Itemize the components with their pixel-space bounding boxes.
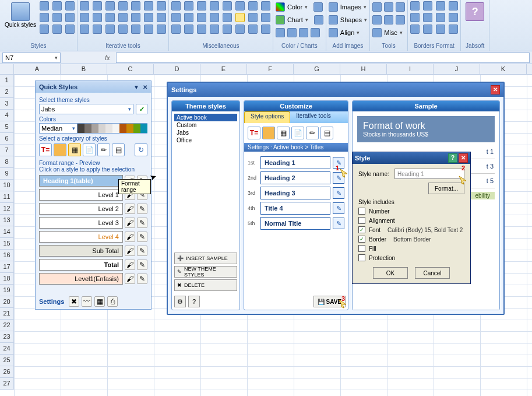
tool-icon[interactable] xyxy=(314,15,323,24)
theme-item[interactable]: Jabs xyxy=(174,129,237,136)
column-header[interactable]: A xyxy=(14,64,61,74)
style-icon[interactable] xyxy=(52,13,62,22)
tool-icon[interactable] xyxy=(118,24,128,34)
color-swatch[interactable] xyxy=(105,123,112,134)
heading-input[interactable]: Normal Title xyxy=(260,217,330,230)
apply-style-icon[interactable]: 🖌 xyxy=(125,274,135,284)
border-icon[interactable] xyxy=(410,24,420,34)
tool-icon[interactable] xyxy=(80,24,89,34)
row-header[interactable]: 23 xyxy=(0,331,14,343)
column-header[interactable]: J xyxy=(434,64,480,74)
column-header[interactable]: D xyxy=(154,64,200,74)
tool-icon[interactable] xyxy=(93,1,102,10)
colors-select[interactable]: Median▾ xyxy=(39,123,77,134)
heading-input[interactable]: Heading 2 xyxy=(260,171,330,184)
tool-icon[interactable] xyxy=(118,1,128,10)
help-button[interactable]: ? xyxy=(463,1,487,22)
column-header[interactable]: E xyxy=(200,64,247,74)
tool-icon[interactable]: 〰 xyxy=(82,296,92,307)
checkbox[interactable] xyxy=(358,217,365,224)
cat-chart-icon[interactable]: ✏ xyxy=(97,143,110,156)
help-icon[interactable]: ? xyxy=(188,296,200,307)
edit-style-icon[interactable]: ✎ xyxy=(137,232,147,242)
style-icon[interactable] xyxy=(40,1,49,10)
row-header[interactable]: 9 xyxy=(0,168,14,180)
tool-icon[interactable] xyxy=(210,1,219,10)
tool-icon[interactable] xyxy=(197,13,206,22)
fx-label[interactable]: fx xyxy=(103,54,112,61)
checkbox[interactable] xyxy=(358,245,365,252)
tool-icon[interactable] xyxy=(384,2,393,12)
tool-icon[interactable] xyxy=(184,1,193,10)
cancel-button[interactable]: Cancel xyxy=(415,267,450,279)
tool-icon[interactable] xyxy=(105,1,115,10)
apply-style-icon[interactable]: 🖌 xyxy=(125,204,135,214)
color-swatch[interactable] xyxy=(77,123,84,134)
close-icon[interactable]: ✕ xyxy=(459,153,468,163)
tool-icon[interactable] xyxy=(197,24,206,34)
name-box[interactable]: N7▾ xyxy=(2,52,61,63)
cat-chart-icon[interactable]: ✏ xyxy=(306,127,319,139)
row-header[interactable]: 2 xyxy=(0,86,14,98)
tool-icon[interactable] xyxy=(384,15,393,24)
style-name-input[interactable]: Heading 1 xyxy=(394,169,464,179)
panel-titlebar[interactable]: Quick Styles ▼✕ xyxy=(36,81,151,93)
settings-gear-icon[interactable]: ⚙ xyxy=(174,296,186,307)
heading-input[interactable]: Heading 1 xyxy=(260,156,330,169)
tool-icon[interactable] xyxy=(105,13,115,22)
align-row[interactable]: Align▾ xyxy=(329,27,360,38)
checkbox[interactable] xyxy=(358,226,365,233)
cat-titles-icon[interactable]: T= xyxy=(39,143,52,156)
row-header[interactable]: 13 xyxy=(0,215,14,226)
row-header[interactable]: 25 xyxy=(0,355,14,366)
checkbox[interactable] xyxy=(358,208,365,215)
cat-data-icon[interactable] xyxy=(262,127,275,139)
row-header[interactable]: 21 xyxy=(0,308,14,320)
style-preview[interactable]: Total xyxy=(39,259,123,271)
apply-check[interactable]: ✓ xyxy=(136,104,147,114)
row-header[interactable]: 20 xyxy=(0,296,14,308)
border-icon[interactable] xyxy=(436,1,445,10)
tool-icon[interactable] xyxy=(261,24,270,34)
tool-icon[interactable] xyxy=(396,2,405,12)
ok-button[interactable]: OK xyxy=(373,267,408,279)
cat-report-icon[interactable]: 📄 xyxy=(83,143,96,156)
chart-row[interactable]: Chart▾ xyxy=(276,14,323,26)
border-icon[interactable] xyxy=(410,1,420,10)
edit-style-icon[interactable]: ✎ xyxy=(137,204,147,214)
row-header[interactable]: 26 xyxy=(0,366,14,378)
style-icon[interactable] xyxy=(52,24,62,34)
checkbox[interactable] xyxy=(358,254,365,261)
row-header[interactable]: 17 xyxy=(0,261,14,273)
edit-style-icon[interactable]: ✎ xyxy=(137,218,147,228)
edit-style-icon[interactable]: ✎ xyxy=(137,260,147,270)
row-header[interactable]: 5 xyxy=(0,121,14,133)
tool-icon[interactable]: ⎙ xyxy=(107,296,118,307)
select-all-corner[interactable] xyxy=(0,64,14,74)
style-preview[interactable]: Level1(Enfasis) xyxy=(39,273,123,285)
border-icon[interactable] xyxy=(423,1,432,10)
style-preview[interactable]: Level 3 xyxy=(39,217,123,229)
row-header[interactable]: 11 xyxy=(0,191,14,203)
column-header[interactable]: I xyxy=(387,64,434,74)
tool-icon[interactable] xyxy=(248,24,258,34)
theme-item[interactable]: Custom xyxy=(174,121,237,129)
color-swatch[interactable] xyxy=(140,123,147,134)
tool-icon[interactable] xyxy=(235,1,245,10)
close-icon[interactable]: ✕ xyxy=(143,84,147,90)
cat-data-icon[interactable] xyxy=(54,143,66,156)
apply-style-icon[interactable]: 🖌 xyxy=(125,218,135,228)
tool-icon[interactable] xyxy=(261,13,270,22)
theme-item[interactable]: Active book xyxy=(174,114,237,121)
border-icon[interactable] xyxy=(449,13,458,22)
color-row[interactable]: Color▾ xyxy=(276,1,323,13)
column-header[interactable]: K xyxy=(480,64,527,74)
tool-icon[interactable] xyxy=(184,24,193,34)
tool-icon[interactable] xyxy=(261,1,270,10)
border-icon[interactable] xyxy=(423,13,432,22)
tool-icon[interactable] xyxy=(210,24,219,34)
tool-icon[interactable] xyxy=(210,13,219,22)
row-header[interactable]: 4 xyxy=(0,110,14,121)
apply-style-icon[interactable]: 🖌 xyxy=(125,232,135,242)
tool-icon[interactable] xyxy=(157,24,166,34)
